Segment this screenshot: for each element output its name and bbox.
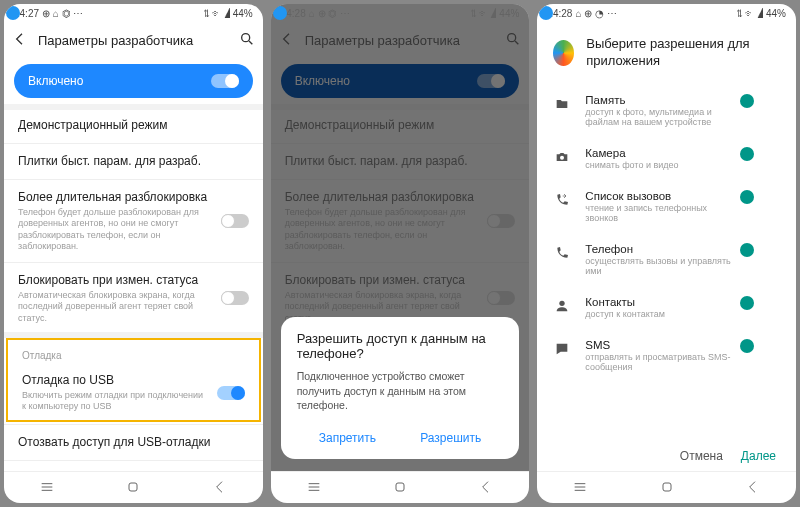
row-usb-debugging[interactable]: Отладка по USB Включить режим отладки пр… [8, 365, 259, 421]
permission-title: Память [585, 94, 740, 106]
app-logo-icon [553, 40, 574, 66]
permission-title: Список вызовов [585, 190, 740, 202]
svg-point-0 [241, 33, 249, 41]
highlight-box: Отладка Отладка по USB Включить режим от… [6, 338, 261, 423]
permission-subtitle: доступ к фото, мультимедиа и файлам на в… [585, 107, 740, 127]
status-bar: 14:28 ⌂ ⊕ ◔ ⋯ ⇅ ᯤ ◢ 44% [537, 4, 796, 22]
sms-icon [553, 339, 571, 357]
status-left-icons: ⊕ ⌂ ⏣ ⋯ [42, 8, 83, 19]
nav-home-icon[interactable] [659, 479, 675, 497]
next-button[interactable]: Далее [741, 449, 776, 463]
phone-2-allow-access-dialog: 14:28 ⌂ ⊕ ⏣ ⋯ ⇅ ᯤ ◢ 44% Параметры разраб… [271, 4, 530, 503]
permission-subtitle: чтение и запись телефонных звонков [585, 203, 740, 223]
permission-subtitle: отправлять и просматривать SMS-сообщения [585, 352, 740, 372]
status-left-icons: ⌂ ⊕ ◔ ⋯ [575, 8, 616, 19]
row-longer-unlock[interactable]: Более длительная разблокировка Телефон б… [4, 182, 263, 260]
master-toggle-label: Включено [28, 74, 83, 88]
deny-button[interactable]: Запретить [315, 425, 380, 451]
nav-recents-icon[interactable] [306, 479, 322, 497]
permission-title: Контакты [585, 296, 740, 308]
storage-icon [553, 94, 571, 112]
permissions-header: Выберите разрешения для приложения [537, 22, 796, 84]
nav-home-icon[interactable] [392, 479, 408, 497]
master-toggle-pill[interactable]: Включено [14, 64, 253, 98]
nav-bar [537, 471, 796, 503]
phone-3-app-permissions: 14:28 ⌂ ⊕ ◔ ⋯ ⇅ ᯤ ◢ 44% Выберите разреше… [537, 4, 796, 503]
master-toggle-switch[interactable] [211, 74, 239, 88]
svg-rect-3 [396, 483, 404, 491]
dialog-body: Подключенное устройство сможет получить … [297, 369, 504, 413]
permission-subtitle: доступ к контактам [585, 309, 740, 319]
nav-back-icon[interactable] [478, 479, 494, 497]
nav-recents-icon[interactable] [39, 479, 55, 497]
permissions-title: Выберите разрешения для приложения [586, 36, 780, 70]
nav-back-icon[interactable] [745, 479, 761, 497]
permission-title: SMS [585, 339, 740, 351]
nav-bar [4, 471, 263, 503]
allow-access-dialog: Разрешить доступ к данным на телефоне? П… [281, 317, 520, 459]
toggle-longer-unlock[interactable] [221, 214, 249, 228]
permission-subtitle: осуществлять вызовы и управлять ими [585, 256, 740, 276]
row-demo-mode[interactable]: Демонстрационный режим [4, 110, 263, 141]
back-icon[interactable] [12, 31, 28, 50]
nav-recents-icon[interactable] [572, 479, 588, 497]
row-revoke-usb[interactable]: Отозвать доступ для USB-отладки [4, 427, 263, 458]
svg-rect-6 [663, 483, 671, 491]
contacts-icon [553, 296, 571, 314]
nav-back-icon[interactable] [212, 479, 228, 497]
section-debugging: Отладка [8, 340, 259, 365]
calls-icon [553, 190, 571, 208]
svg-point-4 [560, 155, 564, 159]
marker-dot [6, 6, 20, 20]
permission-row-camera[interactable]: Камераснимать фото и видео [537, 137, 796, 180]
search-icon[interactable] [239, 31, 255, 50]
permission-row-sms[interactable]: SMSотправлять и просматривать SMS-сообще… [537, 329, 796, 382]
permission-row-phone[interactable]: Телефоносуществлять вызовы и управлять и… [537, 233, 796, 286]
row-quick-tiles[interactable]: Плитки быст. парам. для разраб. [4, 146, 263, 177]
status-bar: 14:27 ⊕ ⌂ ⏣ ⋯ ⇅ ᯤ ◢ 44% [4, 4, 263, 22]
toggle-usb-debugging[interactable]: .highlight .toggle.on::after{background:… [217, 386, 245, 400]
phone-1-developer-options: 14:27 ⊕ ⌂ ⏣ ⋯ ⇅ ᯤ ◢ 44% Параметры разраб… [4, 4, 263, 503]
app-header: Параметры разработчика [4, 22, 263, 58]
row-block-on-status[interactable]: Блокировать при измен. статуса Автоматич… [4, 265, 263, 332]
permission-subtitle: снимать фото и видео [585, 160, 740, 170]
status-right-icons: ⇅ ᯤ ◢ [204, 8, 230, 19]
permission-title: Телефон [585, 243, 740, 255]
phone-icon [553, 243, 571, 261]
footer-actions: Отмена Далее [537, 441, 796, 471]
toggle-block-status[interactable] [221, 291, 249, 305]
nav-home-icon[interactable] [125, 479, 141, 497]
marker-dot [273, 6, 287, 20]
permission-row-storage[interactable]: Памятьдоступ к фото, мультимедиа и файла… [537, 84, 796, 137]
dialog-title: Разрешить доступ к данным на телефоне? [297, 331, 504, 361]
permission-row-calls[interactable]: Список вызововчтение и запись телефонных… [537, 180, 796, 233]
row-bug-report[interactable]: Отчет об ошибке Показывать в меню кнопки… [4, 463, 263, 471]
permission-title: Камера [585, 147, 740, 159]
svg-rect-1 [129, 483, 137, 491]
permission-row-contacts[interactable]: Контактыдоступ к контактам [537, 286, 796, 329]
cancel-button[interactable]: Отмена [680, 449, 723, 463]
camera-icon [553, 147, 571, 165]
allow-button[interactable]: Разрешить [416, 425, 485, 451]
page-title: Параметры разработчика [38, 33, 229, 48]
status-battery: 44% [233, 8, 253, 19]
nav-bar [271, 471, 530, 503]
status-right-icons: ⇅ ᯤ ◢ [737, 8, 763, 19]
svg-point-5 [560, 300, 565, 305]
status-battery: 44% [766, 8, 786, 19]
